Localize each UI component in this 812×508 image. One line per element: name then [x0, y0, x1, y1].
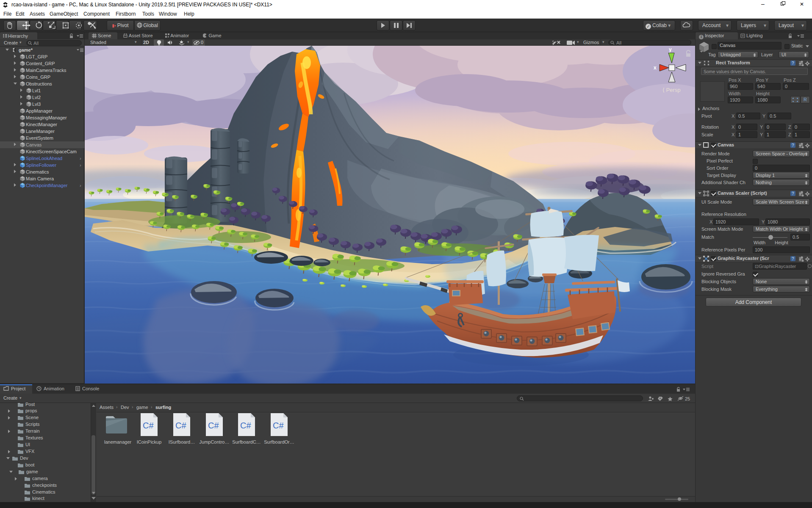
svg-text:?: ? — [792, 61, 794, 66]
svg-text:?: ? — [792, 257, 794, 261]
svg-text:x: x — [654, 65, 657, 71]
svg-text:C#: C# — [143, 421, 154, 430]
svg-text:?: ? — [792, 191, 794, 196]
svg-text:C#: C# — [175, 421, 186, 430]
svg-text:C#: C# — [240, 421, 251, 430]
svg-text:?: ? — [792, 143, 794, 148]
svg-text:⟨ Persp: ⟨ Persp — [662, 87, 681, 93]
svg-text:C#: C# — [208, 421, 219, 430]
svg-text:y: y — [669, 47, 672, 52]
svg-text:C#: C# — [273, 421, 284, 430]
svg-text:25: 25 — [685, 396, 690, 401]
